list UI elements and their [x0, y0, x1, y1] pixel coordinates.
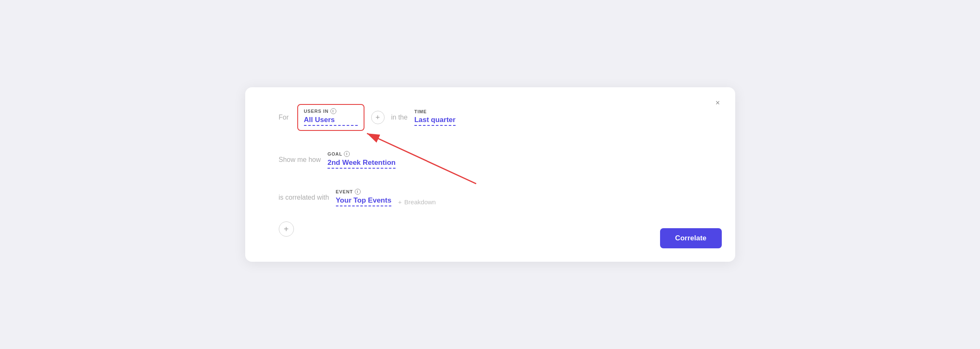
goal-container: GOAL i 2nd Week Retention [328, 151, 396, 169]
goal-label: GOAL i [328, 151, 396, 157]
time-container: TIME Last quarter [414, 109, 456, 126]
for-label: For [279, 114, 289, 121]
event-container: EVENT i Your Top Events [336, 189, 392, 206]
users-in-info-icon: i [330, 108, 336, 114]
goal-value[interactable]: 2nd Week Retention [328, 159, 396, 169]
users-in-label: USERS IN i [304, 108, 358, 114]
correlated-label: is correlated with [279, 194, 329, 201]
show-me-label: Show me how [279, 156, 321, 164]
event-label: EVENT i [336, 189, 392, 195]
row-event: is correlated with EVENT i Your Top Even… [279, 189, 714, 206]
time-value[interactable]: Last quarter [414, 116, 456, 126]
users-in-box: USERS IN i All Users [297, 104, 364, 131]
correlate-button[interactable]: Correlate [660, 228, 722, 248]
event-info-icon: i [355, 189, 361, 195]
breakdown-label: Breakdown [404, 198, 436, 206]
row-add-more: + [279, 221, 714, 237]
row-users-time: For USERS IN i All Users + in the TIME L… [279, 104, 714, 131]
add-filter-button[interactable]: + [371, 111, 385, 124]
users-in-value[interactable]: All Users [304, 116, 358, 126]
add-more-button[interactable]: + [279, 221, 294, 237]
event-value[interactable]: Your Top Events [336, 196, 392, 206]
in-the-label: in the [391, 114, 408, 121]
breakdown-button[interactable]: + Breakdown [398, 198, 436, 206]
row-goal: Show me how GOAL i 2nd Week Retention [279, 151, 714, 169]
modal-container: × For USERS IN i All Users + in the TIME… [245, 87, 735, 262]
breakdown-plus-icon: + [398, 198, 402, 206]
goal-info-icon: i [344, 151, 350, 157]
time-label: TIME [414, 109, 456, 114]
